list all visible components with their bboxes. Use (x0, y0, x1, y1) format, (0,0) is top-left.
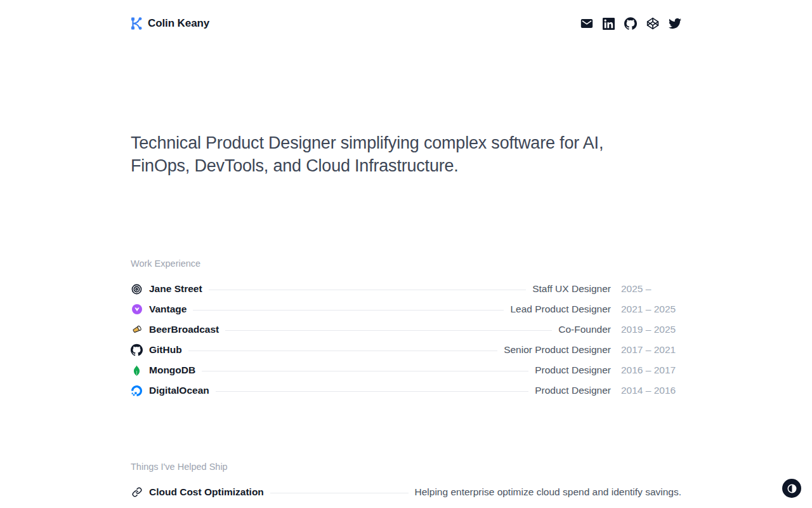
linkedin-link[interactable] (603, 18, 615, 30)
role-label: Product Designer (535, 364, 611, 376)
digitalocean-icon (131, 385, 143, 396)
project-description: Helping enterprise optimize cloud spend … (415, 486, 681, 498)
headline: Technical Product Designer simplifying c… (131, 131, 661, 177)
role-label: Co-Founder (558, 324, 611, 335)
github-icon (131, 344, 143, 356)
row-divider (270, 493, 409, 493)
work-row: MongoDBProduct Designer2016 – 2017 (131, 360, 681, 380)
beer-icon (131, 324, 143, 335)
vantage-icon (131, 304, 143, 314)
shipped-section-label: Things I've Helped Ship (131, 462, 681, 472)
shipped-section: Things I've Helped Ship Cloud Cost Optim… (131, 462, 681, 502)
company-name: Jane Street (149, 283, 202, 295)
role-label: Lead Product Designer (510, 304, 611, 315)
role-label: Product Designer (535, 385, 611, 396)
project-title: Cloud Cost Optimization (149, 486, 264, 498)
linkedin-icon (603, 18, 615, 30)
row-divider (209, 290, 527, 290)
codepen-icon (646, 17, 659, 30)
contrast-icon (787, 483, 797, 494)
period-label: 2019 – 2025 (621, 324, 681, 335)
link-icon (131, 487, 143, 497)
mongodb-icon (131, 365, 143, 376)
period-label: 2021 – 2025 (621, 304, 681, 315)
period-label: 2025 – (621, 283, 681, 295)
jane-street-icon (131, 284, 143, 295)
project-link-cloud-cost-optimization[interactable]: Cloud Cost Optimization (131, 486, 264, 498)
company-link-beerbroadcast[interactable]: BeerBroadcast (131, 324, 219, 335)
shipped-rows: Cloud Cost OptimizationHelping enterpris… (131, 482, 681, 502)
brand-link[interactable]: Colin Keany (131, 17, 209, 30)
work-section-label: Work Experience (131, 258, 681, 269)
company-link-github[interactable]: GitHub (131, 344, 182, 356)
site-header: Colin Keany (131, 0, 681, 30)
company-link-jane-street[interactable]: Jane Street (131, 283, 202, 295)
row-divider (216, 391, 528, 392)
work-row: VantageLead Product Designer2021 – 2025 (131, 299, 681, 319)
company-name: DigitalOcean (149, 385, 209, 396)
company-link-digitalocean[interactable]: DigitalOcean (131, 385, 209, 396)
theme-toggle-button[interactable] (782, 479, 801, 498)
logo-bezier-icon (131, 17, 142, 30)
work-row: GitHubSenior Product Designer2017 – 2021 (131, 340, 681, 360)
period-label: 2016 – 2017 (621, 364, 681, 376)
company-link-mongodb[interactable]: MongoDB (131, 364, 195, 376)
work-rows: Jane StreetStaff UX Designer2025 – Vanta… (131, 279, 681, 401)
work-row: DigitalOceanProduct Designer2014 – 2016 (131, 380, 681, 401)
company-name: BeerBroadcast (149, 324, 219, 335)
site-name: Colin Keany (148, 17, 209, 30)
company-name: MongoDB (149, 364, 195, 376)
company-name: Vantage (149, 304, 187, 315)
company-link-vantage[interactable]: Vantage (131, 304, 187, 315)
row-divider (188, 351, 497, 351)
twitter-link[interactable] (669, 17, 681, 30)
period-label: 2017 – 2021 (621, 344, 681, 356)
row-divider (193, 310, 504, 311)
work-row: Jane StreetStaff UX Designer2025 – (131, 279, 681, 299)
row-divider (225, 330, 552, 331)
work-experience-section: Work Experience Jane StreetStaff UX Desi… (131, 258, 681, 401)
shipped-row: Cloud Cost OptimizationHelping enterpris… (131, 482, 681, 502)
role-label: Senior Product Designer (504, 344, 611, 356)
period-label: 2014 – 2016 (621, 385, 681, 396)
row-divider (202, 371, 528, 371)
portfolio-page: Colin Keany Technical Product Designer s… (131, 0, 681, 502)
role-label: Staff UX Designer (532, 283, 611, 295)
social-nav (580, 17, 681, 30)
codepen-link[interactable] (646, 17, 659, 30)
email-icon (580, 17, 593, 30)
company-name: GitHub (149, 344, 182, 356)
work-row: BeerBroadcastCo-Founder2019 – 2025 (131, 319, 681, 340)
github-icon (624, 17, 637, 30)
github-link[interactable] (624, 17, 637, 30)
twitter-icon (669, 17, 681, 30)
email-link[interactable] (580, 17, 593, 30)
